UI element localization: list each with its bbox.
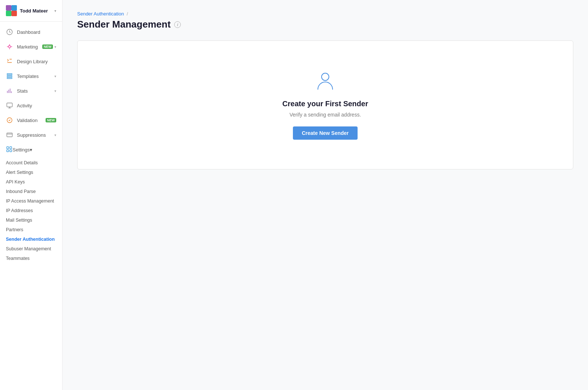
svg-point-16 xyxy=(322,73,329,80)
templates-chevron: ▾ xyxy=(54,74,56,78)
sidebar-item-marketing[interactable]: Marketing NEW ▾ xyxy=(0,39,62,54)
page-title: Sender Management xyxy=(77,19,171,30)
person-icon xyxy=(314,70,336,92)
settings-chevron: ▾ xyxy=(30,147,32,153)
subnav-ip-addresses[interactable]: IP Addresses xyxy=(0,206,62,215)
svg-rect-6 xyxy=(7,74,12,75)
sidebar-item-templates[interactable]: Templates ▾ xyxy=(0,69,62,83)
sidebar-navigation: Dashboard Marketing NEW ▾ Design Library… xyxy=(0,22,62,267)
svg-rect-11 xyxy=(7,133,12,137)
main-content: Sender Authentication / Sender Managemen… xyxy=(62,0,588,390)
subnav-teammates[interactable]: Teammates xyxy=(0,254,62,263)
activity-icon xyxy=(6,102,13,109)
stats-chevron: ▾ xyxy=(54,89,56,93)
svg-rect-13 xyxy=(10,147,12,149)
subnav-partners[interactable]: Partners xyxy=(0,225,62,235)
subnav-alert-settings[interactable]: Alert Settings xyxy=(0,168,62,177)
svg-rect-8 xyxy=(7,78,12,79)
settings-icon xyxy=(6,146,12,154)
breadcrumb: Sender Authentication / xyxy=(77,11,573,17)
sidebar-item-label-activity: Activity xyxy=(17,103,56,108)
sidebar-item-suppressions[interactable]: Suppressions ▾ xyxy=(0,128,62,142)
validation-icon xyxy=(6,117,13,124)
user-menu-chevron: ▾ xyxy=(54,9,56,13)
svg-rect-0 xyxy=(6,5,11,11)
svg-rect-12 xyxy=(7,147,8,149)
sidebar-item-design-library[interactable]: Design Library xyxy=(0,54,62,69)
empty-state-title: Create your First Sender xyxy=(282,100,368,108)
subnav-ip-access-management[interactable]: IP Access Management xyxy=(0,196,62,206)
marketing-new-badge: NEW xyxy=(42,44,53,49)
validation-new-badge: NEW xyxy=(46,118,56,122)
sidebar-item-label-templates: Templates xyxy=(17,74,53,79)
sidebar-item-label-suppressions: Suppressions xyxy=(17,132,53,138)
svg-point-5 xyxy=(8,46,11,48)
suppressions-icon xyxy=(6,131,13,139)
svg-rect-1 xyxy=(11,5,17,11)
info-icon[interactable]: i xyxy=(174,21,181,28)
subnav-sender-authentication[interactable]: Sender Authentication xyxy=(0,235,62,244)
design-library-icon xyxy=(6,58,13,65)
templates-icon xyxy=(6,72,13,80)
user-menu[interactable]: Todd Mateer ▾ xyxy=(0,0,62,22)
marketing-icon xyxy=(6,43,13,50)
svg-rect-9 xyxy=(7,103,12,107)
username-label: Todd Mateer xyxy=(20,8,54,14)
empty-state-subtitle: Verify a sending email address. xyxy=(290,112,361,118)
breadcrumb-separator: / xyxy=(127,11,128,17)
sidebar-item-settings[interactable]: Settings ▾ xyxy=(0,142,62,157)
svg-rect-7 xyxy=(7,76,12,77)
page-title-container: Sender Management i xyxy=(77,19,573,30)
sidebar-item-label-dashboard: Dashboard xyxy=(17,29,56,35)
sidebar-item-validation[interactable]: Validation NEW xyxy=(0,113,62,128)
sidebar-item-label-validation: Validation xyxy=(17,118,44,123)
settings-subnav: Account Details Alert Settings API Keys … xyxy=(0,157,62,264)
dashboard-icon xyxy=(6,28,13,36)
suppressions-chevron: ▾ xyxy=(54,133,56,137)
svg-rect-3 xyxy=(11,11,17,16)
sidebar-item-label-marketing: Marketing xyxy=(17,44,41,50)
sidebar-item-label-settings: Settings xyxy=(12,147,30,153)
marketing-chevron: ▾ xyxy=(54,45,56,49)
create-new-sender-button[interactable]: Create New Sender xyxy=(293,126,358,140)
subnav-subuser-management[interactable]: Subuser Management xyxy=(0,244,62,254)
app-logo xyxy=(6,5,17,16)
subnav-mail-settings[interactable]: Mail Settings xyxy=(0,215,62,225)
sidebar-item-activity[interactable]: Activity xyxy=(0,98,62,113)
breadcrumb-link[interactable]: Sender Authentication xyxy=(77,11,124,17)
subnav-api-keys[interactable]: API Keys xyxy=(0,177,62,187)
sidebar-item-label-design-library: Design Library xyxy=(17,59,56,64)
svg-rect-14 xyxy=(7,150,8,152)
sidebar-item-label-stats: Stats xyxy=(17,88,53,94)
subnav-account-details[interactable]: Account Details xyxy=(0,158,62,168)
sidebar: Todd Mateer ▾ Dashboard Marketing NEW ▾ … xyxy=(0,0,62,390)
sidebar-item-stats[interactable]: Stats ▾ xyxy=(0,83,62,98)
subnav-inbound-parse[interactable]: Inbound Parse xyxy=(0,187,62,196)
svg-rect-15 xyxy=(10,150,12,152)
empty-state-card: Create your First Sender Verify a sendin… xyxy=(77,40,573,169)
svg-rect-2 xyxy=(6,11,11,16)
sidebar-item-dashboard[interactable]: Dashboard xyxy=(0,25,62,39)
stats-icon xyxy=(6,87,13,94)
